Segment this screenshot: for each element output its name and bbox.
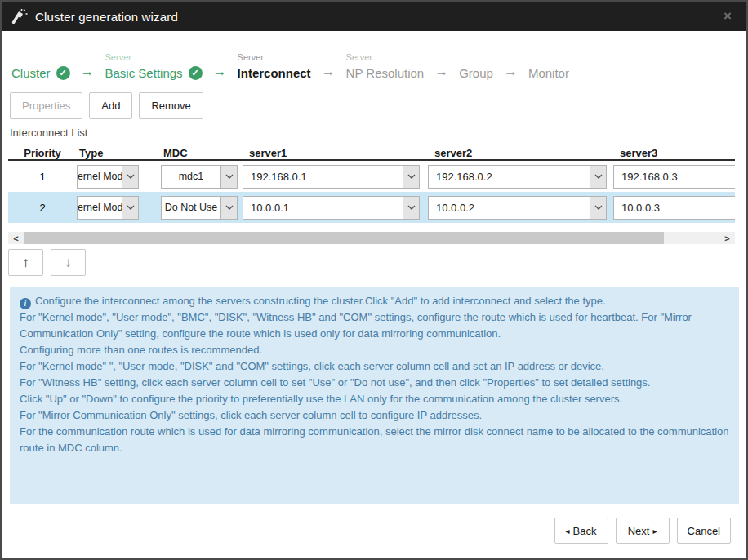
chevron-down-icon[interactable] (590, 166, 606, 188)
priority-cell: 1 (8, 171, 77, 183)
step-interconnect[interactable]: Server Interconnect (238, 51, 311, 82)
check-circle-icon: ✓ (56, 66, 70, 80)
info-line: For "Mirror Communication Only" settings… (20, 407, 729, 424)
col-header-type: Type (77, 147, 139, 159)
col-header-server2: server2 (428, 147, 607, 159)
col-header-server1: server1 (243, 147, 420, 159)
step-interconnect-label: Interconnect (238, 66, 311, 80)
check-circle-icon: ✓ (189, 66, 203, 80)
next-button[interactable]: Next ▸ (616, 518, 670, 544)
next-arrow-icon: ▸ (652, 527, 657, 536)
scroll-left-icon[interactable]: < (8, 232, 24, 244)
add-button[interactable]: Add (89, 92, 132, 119)
step-cluster[interactable]: Cluster ✓ (11, 51, 70, 82)
cancel-button[interactable]: Cancel (677, 518, 731, 544)
arrow-right-icon: → (81, 63, 95, 82)
list-title: Interconnect List (2, 119, 746, 143)
chevron-down-icon[interactable] (122, 166, 138, 188)
server2-combobox[interactable]: 10.0.0.2 (428, 196, 607, 220)
arrow-right-icon: → (434, 63, 448, 82)
titlebar: Cluster generation wizard × (2, 2, 746, 31)
step-group[interactable]: Group (459, 51, 493, 82)
server1-combobox[interactable]: 192.168.0.1 (243, 165, 420, 189)
arrow-right-icon: → (322, 63, 336, 82)
step-np-resolution-label: NP Resolution (346, 66, 425, 80)
up-button[interactable]: ↑ (8, 249, 43, 276)
info-line: For "Kernel mode" ", "User mode, "DISK" … (20, 358, 729, 375)
step-group-label: Group (459, 66, 493, 80)
arrow-right-icon: → (213, 63, 227, 82)
step-monitor-label: Monitor (528, 66, 569, 80)
server1-combobox[interactable]: 10.0.0.1 (243, 196, 420, 220)
back-button[interactable]: ◂ Back (554, 518, 608, 544)
wizard-steps: Cluster ✓ → Server Basic Settings ✓ → Se… (2, 31, 746, 82)
info-line: iConfigure the interconnect among the se… (20, 293, 729, 309)
step-monitor[interactable]: Monitor (528, 51, 569, 82)
col-header-priority: Priority (8, 147, 77, 159)
info-icon: i (20, 298, 31, 309)
interconnect-table: Priority Type MDC server1 server2 server… (8, 143, 735, 223)
type-select[interactable]: Kernel Mode (77, 196, 139, 220)
window-title: Cluster generation wizard (35, 10, 178, 24)
chevron-down-icon[interactable] (220, 197, 237, 219)
info-line: Click "Up" or "Down" to configure the pr… (20, 391, 729, 407)
server3-combobox[interactable]: 192.168.0.3 (613, 165, 735, 189)
toolbar: Properties Add Remove (2, 82, 746, 119)
info-box: iConfigure the interconnect among the se… (10, 287, 739, 504)
server2-combobox[interactable]: 192.168.0.2 (428, 165, 607, 189)
remove-button[interactable]: Remove (139, 92, 203, 119)
col-header-server3: server3 (613, 147, 735, 159)
arrow-right-icon: → (504, 63, 518, 82)
mdc-select[interactable]: mdc1 (161, 165, 238, 189)
info-line: Configuring more than one routes is reco… (20, 342, 729, 358)
down-button[interactable]: ↓ (51, 249, 86, 276)
chevron-down-icon[interactable] (403, 166, 419, 188)
scroll-right-icon[interactable]: > (719, 232, 735, 244)
footer: ◂ Back Next ▸ Cancel (2, 518, 731, 544)
scrollbar-track[interactable] (664, 232, 719, 244)
chevron-down-icon[interactable] (122, 197, 138, 219)
table-row[interactable]: 2 Kernel Mode Do Not Use 10.0.0.1 10.0.0… (8, 192, 735, 223)
mdc-select[interactable]: Do Not Use (161, 196, 238, 220)
chevron-down-icon[interactable] (590, 197, 606, 219)
type-select[interactable]: Kernel Mode (77, 165, 139, 189)
close-icon[interactable]: × (719, 8, 737, 24)
properties-button[interactable]: Properties (10, 92, 82, 119)
chevron-down-icon[interactable] (220, 166, 237, 188)
chevron-down-icon[interactable] (403, 197, 419, 219)
server3-combobox[interactable]: 10.0.0.3 (613, 196, 735, 220)
scrollbar-thumb[interactable] (24, 232, 664, 244)
priority-cell: 2 (8, 202, 77, 214)
horizontal-scrollbar[interactable]: < > (8, 232, 735, 244)
col-header-mdc: MDC (161, 147, 238, 159)
info-line: For "Kernel mode", "User mode", "BMC", "… (20, 309, 729, 342)
priority-updown: ↑ ↓ (8, 249, 746, 276)
info-line: For "Witness HB" setting, click each ser… (20, 375, 729, 391)
step-basic-settings[interactable]: Server Basic Settings ✓ (105, 51, 203, 82)
info-line: For the communication route which is use… (20, 424, 729, 456)
back-arrow-icon: ◂ (566, 527, 570, 536)
table-header: Priority Type MDC server1 server2 server… (8, 143, 735, 161)
step-np-resolution[interactable]: Server NP Resolution (346, 51, 425, 82)
step-basic-settings-label: Basic Settings (105, 66, 183, 80)
table-row[interactable]: 1 Kernel Mode mdc1 192.168.0.1 192.168.0… (8, 161, 735, 192)
step-cluster-label: Cluster (11, 66, 51, 80)
wand-icon (11, 8, 28, 24)
